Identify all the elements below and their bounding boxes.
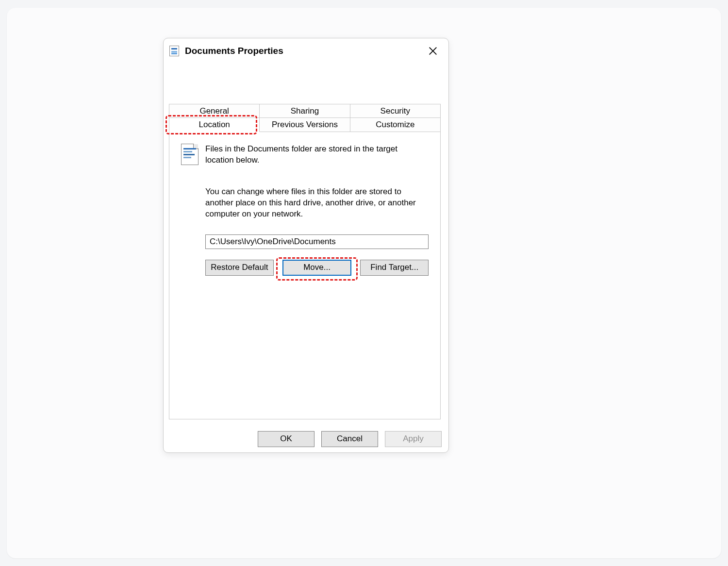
close-button[interactable] [423,41,443,61]
tab-panel-location: Files in the Documents folder are stored… [169,132,441,419]
location-button-row: Restore Default Move... Find Target... [205,260,429,276]
ok-button[interactable]: OK [258,431,314,447]
tab-sharing[interactable]: Sharing [260,104,350,118]
document-icon [181,144,199,165]
apply-button: Apply [385,431,442,447]
dialog-footer: OK Cancel Apply [164,425,448,452]
window-title: Documents Properties [185,46,283,56]
titlebar: Documents Properties [164,38,448,64]
tab-strip: General Sharing Security Location Previo… [169,104,441,132]
document-system-icon [169,46,179,56]
find-target-button[interactable]: Find Target... [360,260,429,276]
restore-default-button[interactable]: Restore Default [205,260,274,276]
tab-security[interactable]: Security [350,104,441,118]
properties-dialog: Documents Properties General Sharing Sec… [163,38,449,453]
tab-customize[interactable]: Customize [350,118,441,132]
location-path-input[interactable]: C:\Users\Ivy\OneDrive\Documents [205,234,429,249]
description-text-1: Files in the Documents folder are stored… [205,144,419,166]
tab-general[interactable]: General [169,104,260,118]
move-button[interactable]: Move... [282,260,352,276]
tab-previous-versions[interactable]: Previous Versions [260,118,350,132]
description-text-2: You can change where files in this folde… [205,186,425,220]
tab-location[interactable]: Location [169,118,260,132]
location-path-value: C:\Users\Ivy\OneDrive\Documents [210,237,336,247]
close-icon [429,47,437,55]
cancel-button[interactable]: Cancel [321,431,378,447]
stage-background: Documents Properties General Sharing Sec… [7,8,721,558]
